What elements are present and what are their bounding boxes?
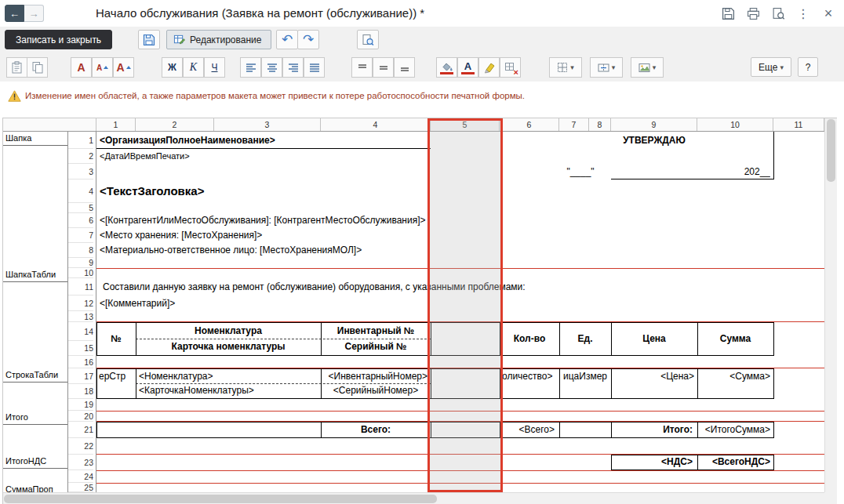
column-header[interactable]: 8 bbox=[589, 118, 611, 131]
row-header[interactable]: 9 bbox=[68, 258, 93, 268]
align-right-button[interactable] bbox=[282, 57, 304, 78]
font-size-increase-button[interactable]: А bbox=[113, 57, 134, 78]
cell-row-unit[interactable]: ицаИзмер bbox=[559, 368, 611, 384]
valign-middle-button[interactable] bbox=[373, 57, 394, 78]
vertical-scrollbar[interactable] bbox=[824, 118, 837, 492]
italic-button[interactable]: К bbox=[183, 57, 204, 78]
row-header[interactable]: 7 bbox=[68, 228, 93, 243]
column-header[interactable]: 7 bbox=[559, 118, 589, 131]
cell-th-sum[interactable]: Сумма bbox=[697, 322, 773, 355]
paste-button[interactable] bbox=[6, 57, 27, 78]
row-header[interactable]: 4 bbox=[68, 179, 93, 203]
area-label[interactable]: ШапкаТабли bbox=[3, 268, 68, 282]
underline-button[interactable]: Ч bbox=[204, 57, 225, 78]
row-header[interactable]: 8 bbox=[68, 243, 93, 258]
row-header[interactable]: 21 bbox=[68, 422, 93, 438]
cell-th-num[interactable]: № bbox=[96, 322, 136, 355]
undo-button[interactable]: ↶ bbox=[276, 30, 298, 49]
column-header[interactable]: 3 bbox=[214, 118, 321, 131]
cell-total-label[interactable]: Всего: bbox=[321, 422, 431, 438]
save-icon[interactable] bbox=[720, 5, 736, 21]
cell-th-nomenclature[interactable]: Номенклатура bbox=[136, 322, 321, 339]
close-icon[interactable]: × bbox=[820, 5, 836, 21]
row-header[interactable]: 10 bbox=[68, 268, 93, 278]
row-header[interactable]: 18 bbox=[68, 384, 93, 399]
clear-format-button[interactable]: × bbox=[500, 57, 521, 78]
font-button[interactable]: А bbox=[71, 57, 92, 78]
align-left-button[interactable] bbox=[240, 57, 261, 78]
borders-dropdown[interactable]: ▾ bbox=[549, 57, 582, 78]
area-label[interactable]: ИтогоНДС bbox=[3, 455, 68, 469]
area-label[interactable]: Итого bbox=[3, 411, 68, 425]
row-header[interactable]: 15 bbox=[68, 341, 93, 356]
cell-row-serial[interactable]: <СерийныйНомер> bbox=[321, 383, 431, 398]
row-header[interactable]: 23 bbox=[68, 455, 93, 470]
row-header[interactable]: 6 bbox=[68, 213, 93, 228]
corner-cell[interactable] bbox=[3, 118, 96, 131]
cell-request-text[interactable]: Составили данную заявку на ремонт (обслу… bbox=[103, 278, 589, 296]
column-header[interactable]: 11 bbox=[773, 118, 824, 131]
row-header[interactable]: 11 bbox=[68, 278, 93, 296]
font-color-button[interactable]: А bbox=[457, 57, 478, 78]
cell-nds[interactable]: <НДС> bbox=[611, 455, 693, 470]
cell-row-sum[interactable]: <Сумма> bbox=[697, 368, 770, 384]
column-header[interactable]: 4 bbox=[321, 118, 431, 131]
save-close-button[interactable]: Записать и закрыть bbox=[5, 30, 112, 49]
print-icon[interactable] bbox=[745, 5, 761, 21]
row-header[interactable]: 22 bbox=[68, 438, 93, 455]
cell-approve[interactable]: УТВЕРЖДАЮ bbox=[611, 132, 697, 149]
align-justify-button[interactable] bbox=[304, 57, 325, 78]
save-button[interactable] bbox=[138, 30, 160, 49]
row-header[interactable]: 25 bbox=[68, 483, 93, 492]
row-header[interactable]: 3 bbox=[68, 164, 93, 179]
row-header[interactable]: 19 bbox=[68, 399, 93, 411]
row-header[interactable]: 16 bbox=[68, 356, 93, 368]
cell-mol[interactable]: <Материально-ответственное лицо: [МестоХ… bbox=[100, 243, 429, 258]
cell-row-num[interactable]: ерСтр bbox=[99, 368, 135, 384]
valign-top-button[interactable] bbox=[351, 57, 373, 78]
more-button[interactable]: Еще▾ bbox=[751, 57, 791, 77]
cell-row-price[interactable]: <Цена> bbox=[611, 368, 694, 384]
row-header[interactable]: 20 bbox=[68, 411, 93, 422]
cell-itogo-sum[interactable]: <ИтогоСумма> bbox=[697, 422, 770, 438]
area-label[interactable]: Шапка bbox=[3, 132, 68, 146]
cell-doc-title[interactable]: <ТекстЗаголовка> bbox=[100, 179, 429, 203]
area-label[interactable]: СтрокаТабли bbox=[3, 368, 68, 383]
horizontal-scrollbar[interactable] bbox=[3, 492, 824, 504]
help-button[interactable]: ? bbox=[798, 57, 818, 77]
cell-datetime[interactable]: <ДатаИВремяПечати> bbox=[100, 149, 335, 164]
cell-th-inv[interactable]: Инвентарный № bbox=[321, 322, 431, 339]
cell-date-quote[interactable]: "____" bbox=[551, 164, 610, 179]
column-header-selected[interactable]: 5 bbox=[431, 118, 500, 131]
cell-th-serial[interactable]: Серийный № bbox=[321, 339, 431, 355]
cell-vsego-nds[interactable]: <ВсегоНДС> bbox=[697, 455, 770, 470]
column-header[interactable]: 1 bbox=[96, 118, 136, 131]
picture-dropdown[interactable]: ▾ bbox=[631, 57, 664, 78]
cell-row-qty[interactable]: оличество> bbox=[502, 368, 557, 384]
cell-counterparty[interactable]: <[КонтрагентИлиМестоОбслуживания]: [Конт… bbox=[100, 213, 515, 228]
row-header[interactable]: 12 bbox=[68, 296, 93, 311]
copy-button[interactable] bbox=[27, 57, 48, 78]
valign-bottom-button[interactable] bbox=[394, 57, 415, 78]
bold-button[interactable]: Ж bbox=[162, 57, 183, 78]
row-header[interactable]: 17 bbox=[68, 368, 93, 384]
row-header[interactable]: 5 bbox=[68, 203, 93, 213]
cell-th-card[interactable]: Карточка номенклатуры bbox=[136, 339, 321, 355]
font-size-decrease-button[interactable]: А bbox=[92, 57, 113, 78]
cell-storage[interactable]: <Место хранения: [МестоХранения]> bbox=[100, 228, 429, 243]
column-header[interactable]: 10 bbox=[697, 118, 773, 131]
column-header[interactable]: 6 bbox=[500, 118, 559, 131]
column-header[interactable]: 9 bbox=[611, 118, 697, 131]
row-header[interactable]: 1 bbox=[68, 132, 93, 149]
cell-row-nomenclature[interactable]: <Номенклатура> bbox=[139, 368, 318, 384]
column-header[interactable]: 2 bbox=[136, 118, 214, 131]
row-header[interactable]: 14 bbox=[68, 322, 93, 341]
more-menu-icon[interactable]: ⋮ bbox=[795, 5, 811, 21]
cell-th-qty[interactable]: Кол-во bbox=[500, 322, 559, 355]
cell-comment[interactable]: <[Комментарий]> bbox=[100, 296, 335, 311]
vertical-scrollbar-thumb[interactable] bbox=[827, 119, 835, 182]
cell-row-inv[interactable]: <ИнвентарныйНомер> bbox=[321, 368, 427, 384]
row-header[interactable]: 2 bbox=[68, 149, 93, 164]
cell-total-value[interactable]: <Всего> bbox=[500, 422, 555, 438]
row-header[interactable]: 24 bbox=[68, 470, 93, 483]
